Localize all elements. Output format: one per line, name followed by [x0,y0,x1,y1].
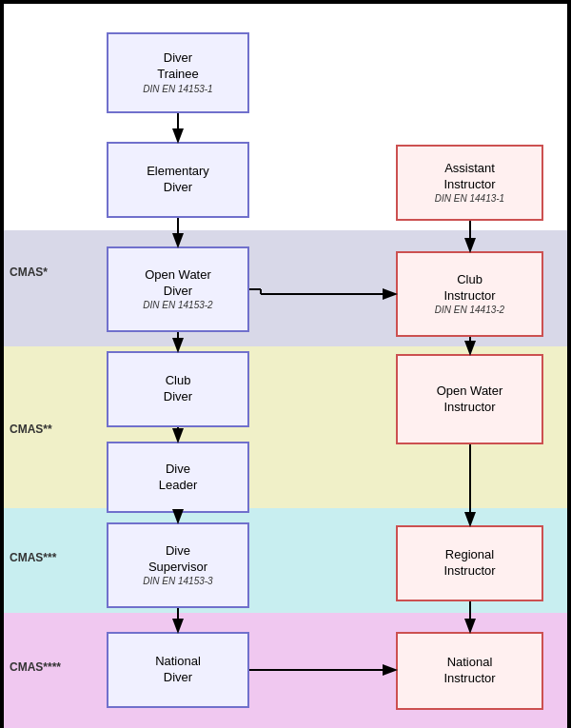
cmas3-label: CMAS*** [10,551,56,564]
club-instructor: Club InstructorDIN EN 14413-2 [396,251,543,337]
open-water-diver: Open Water DiverDIN EN 14153-2 [107,246,249,332]
regional-instructor: Regional Instructor [396,525,543,601]
national-instructor-title: National Instructor [443,655,495,687]
assistant-instructor-din: DIN EN 14413-1 [435,192,504,205]
open-water-diver-din: DIN EN 14153-2 [143,299,212,311]
cmas4-label: CMAS**** [10,660,61,674]
open-water-instructor: Open Water Instructor [396,354,543,444]
elementary-diver-title: Elementary Diver [147,164,209,196]
club-diver-title: Club Diver [164,373,192,405]
national-diver-title: National Diver [155,654,201,686]
diver-trainee: Diver TraineeDIN EN 14153-1 [107,32,249,113]
diagram: CMAS* CMAS** CMAS*** CMAS**** Diver Trai… [2,2,569,726]
assistant-instructor: Assistant InstructorDIN EN 14413-1 [396,145,543,221]
club-instructor-din: DIN EN 14413-2 [435,304,504,316]
dive-supervisor: Dive SupervisorDIN EN 14153-3 [107,522,249,608]
open-water-instructor-title: Open Water Instructor [437,384,503,416]
national-instructor: National Instructor [396,632,543,710]
dive-leader-title: Dive Leader [159,462,197,494]
dive-leader: Dive Leader [107,442,249,513]
cmas2-label: CMAS** [10,423,52,436]
dive-supervisor-din: DIN EN 14153-3 [143,575,212,587]
regional-instructor-title: Regional Instructor [443,547,495,580]
elementary-diver: Elementary Diver [107,142,249,218]
diver-trainee-din: DIN EN 14153-1 [143,83,212,95]
club-instructor-title: Club Instructor [443,272,495,305]
open-water-diver-title: Open Water Diver [145,267,211,300]
club-diver: Club Diver [107,351,249,427]
national-diver: National Diver [107,632,249,708]
assistant-instructor-title: Assistant Instructor [443,161,495,193]
dive-supervisor-title: Dive Supervisor [148,543,207,576]
cmas1-label: CMAS* [10,266,48,279]
diver-trainee-title: Diver Trainee [157,50,199,83]
